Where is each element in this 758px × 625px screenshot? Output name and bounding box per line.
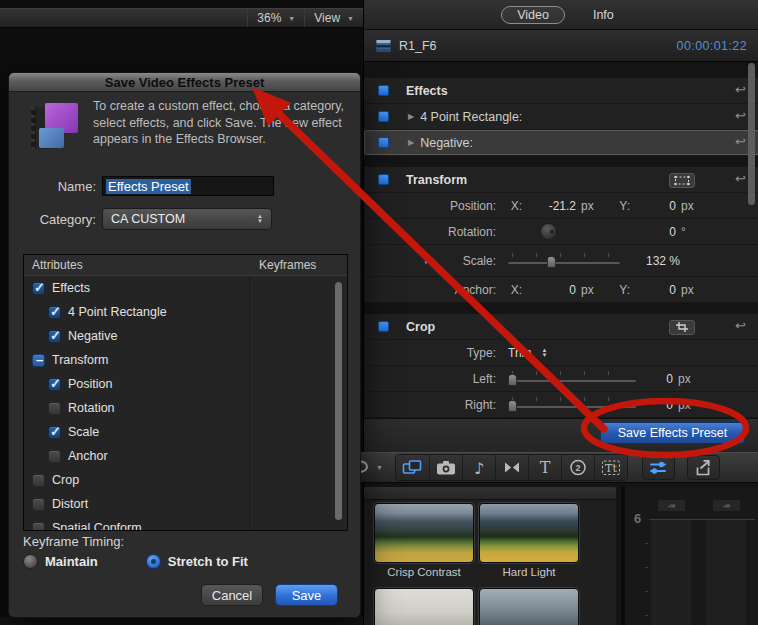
crop-right-value[interactable]: 0 (636, 398, 673, 412)
save-effects-preset-button[interactable]: Save Effects Preset (600, 422, 745, 444)
reset-icon[interactable]: ↩ (735, 318, 746, 333)
attribute-row-crop[interactable]: Crop (24, 468, 347, 492)
category-select[interactable]: CA CUSTOM ▲▼ (102, 208, 272, 230)
crop-left-slider-thumb[interactable] (508, 374, 517, 386)
crop-left-slider[interactable] (508, 371, 636, 387)
position-x-label: X: (496, 199, 522, 213)
maintain-radio[interactable] (23, 554, 38, 569)
save-button[interactable]: Save (275, 584, 338, 606)
attribute-checkbox[interactable] (48, 306, 61, 319)
reset-icon[interactable]: ↩ (735, 134, 746, 149)
attribute-checkbox[interactable] (48, 378, 61, 391)
transitions-browser-button[interactable] (495, 455, 528, 480)
titles-browser-button[interactable]: T (528, 455, 561, 480)
effect-preset-thumbnail[interactable] (479, 588, 579, 625)
attribute-row-transform[interactable]: Transform (24, 348, 347, 372)
scale-slider-thumb[interactable] (547, 256, 556, 268)
disclosure-triangle-icon[interactable]: ▶ (408, 112, 414, 121)
generators-browser-icon: 2 (567, 458, 589, 477)
attribute-checkbox[interactable] (48, 402, 61, 415)
attribute-row-scale[interactable]: Scale (24, 420, 347, 444)
attribute-checkbox[interactable] (32, 282, 45, 295)
stretch-to-fit-radio[interactable] (146, 554, 161, 569)
crop-right-slider[interactable] (508, 397, 636, 413)
attributes-table-scrollbar[interactable] (335, 282, 342, 520)
crop-right-slider-thumb[interactable] (508, 400, 517, 412)
crop-section-header[interactable]: Crop ↩ (364, 314, 758, 340)
reset-icon[interactable]: ↩ (735, 171, 746, 186)
effect-row-4-point-rectangle[interactable]: ▶4 Point Rectangle:↩ (364, 104, 758, 130)
crop-right-unit: px (673, 398, 697, 412)
name-input[interactable]: Effects Preset (102, 176, 274, 196)
disclosure-triangle-icon[interactable]: ▶ (408, 138, 414, 147)
effect-preset-thumbnail-crisp-contrast[interactable]: Crisp Contrast (374, 503, 474, 580)
rotation-knob[interactable] (540, 223, 557, 240)
attribute-label: 4 Point Rectangle (68, 305, 167, 319)
crop-enable-checkbox[interactable] (378, 321, 389, 332)
crop-onscreen-controls-button[interactable] (669, 320, 695, 335)
attribute-row-effects[interactable]: Effects (24, 276, 347, 300)
svg-text:♪: ♪ (474, 459, 484, 478)
position-y-value[interactable]: 0 (630, 199, 676, 213)
rotation-value[interactable]: 0 (600, 225, 676, 239)
disclosure-triangle-icon[interactable]: ▶ (425, 256, 431, 265)
stretch-to-fit-radio-label[interactable]: Stretch to Fit (168, 554, 248, 569)
inspector-scrollbar[interactable] (748, 63, 755, 205)
tab-video[interactable]: Video (501, 6, 565, 24)
effect-preset-thumbnail-hard-light[interactable]: Hard Light (479, 503, 579, 580)
reset-icon[interactable]: ↩ (735, 82, 746, 97)
attribute-checkbox[interactable] (32, 354, 45, 367)
transform-enable-checkbox[interactable] (378, 174, 389, 185)
anchor-y-value[interactable]: 0 (630, 283, 676, 297)
crop-left-value[interactable]: 0 (636, 372, 673, 386)
attribute-row-anchor[interactable]: Anchor (24, 444, 347, 468)
transform-icon (673, 175, 691, 186)
attribute-checkbox[interactable] (32, 522, 45, 532)
effect-preview-image[interactable] (479, 503, 579, 563)
effects-enable-checkbox[interactable] (378, 85, 389, 96)
photos-browser-button[interactable] (429, 455, 462, 480)
viewer-view-menu[interactable]: View ▼ (305, 9, 363, 27)
transform-onscreen-controls-button[interactable] (669, 173, 695, 188)
maintain-radio-label[interactable]: Maintain (45, 554, 98, 569)
share-button[interactable] (687, 455, 720, 480)
anchor-x-value[interactable]: 0 (522, 283, 576, 297)
effect-preview-image[interactable] (374, 503, 474, 563)
attribute-row-distort[interactable]: Distort (24, 492, 347, 516)
effects-browser-button[interactable] (396, 455, 429, 480)
share-icon (692, 458, 714, 477)
attribute-row-4-point-rectangle[interactable]: 4 Point Rectangle (24, 300, 347, 324)
scale-value[interactable]: 132 % (620, 254, 680, 268)
effect-row-negative[interactable]: ▶Negative:↩ (364, 130, 758, 156)
effect-preview-image[interactable] (479, 588, 579, 625)
stepper-icon: ▲▼ (257, 214, 263, 224)
attribute-row-rotation[interactable]: Rotation (24, 396, 347, 420)
attribute-checkbox[interactable] (48, 426, 61, 439)
inspector-toggle-button[interactable] (642, 455, 675, 480)
themes-browser-button[interactable]: Tt (594, 455, 627, 480)
attribute-row-negative[interactable]: Negative (24, 324, 347, 348)
attribute-checkbox[interactable] (48, 330, 61, 343)
attribute-checkbox[interactable] (48, 450, 61, 463)
attribute-checkbox[interactable] (32, 498, 45, 511)
effect-enable-checkbox[interactable] (378, 111, 389, 122)
reset-icon[interactable]: ↩ (735, 108, 746, 123)
attribute-row-position[interactable]: Position (24, 372, 347, 396)
stepper-icon[interactable]: ▲▼ (542, 348, 548, 358)
crop-type-value[interactable]: Trim (508, 346, 532, 360)
viewer-zoom-menu[interactable]: 36% ▼ (248, 9, 304, 27)
effects-browser-header[interactable] (364, 487, 616, 500)
attribute-row-spatial-conform[interactable]: Spatial Conform (24, 516, 347, 531)
effects-section-header[interactable]: Effects ↩ (364, 78, 758, 104)
effect-preview-image[interactable] (374, 588, 474, 625)
position-x-value[interactable]: -21.2 (522, 199, 576, 213)
effect-enable-checkbox[interactable] (378, 137, 389, 148)
scale-slider[interactable] (508, 253, 620, 269)
transform-section-header[interactable]: Transform ↩ (364, 167, 758, 193)
generators-browser-button[interactable]: 2 (561, 455, 594, 480)
effect-preset-thumbnail[interactable] (374, 588, 474, 625)
cancel-button[interactable]: Cancel (201, 584, 263, 606)
attribute-checkbox[interactable] (32, 474, 45, 487)
tab-info[interactable]: Info (585, 7, 622, 23)
music-browser-button[interactable]: ♪ (462, 455, 495, 480)
